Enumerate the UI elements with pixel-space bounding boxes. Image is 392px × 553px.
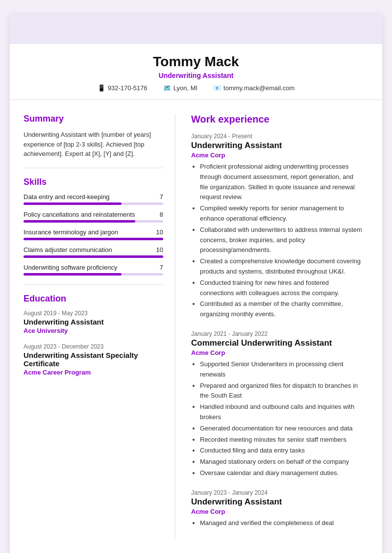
edu-dates: August 2019 - May 2023 xyxy=(24,310,163,317)
candidate-title: Underwriting Assistant xyxy=(29,72,363,79)
work-bullet: Created a comprehensive knowledge docume… xyxy=(200,256,363,277)
work-bullets-list: Supported Senior Underwriters in process… xyxy=(191,359,363,478)
work-list: January 2024 - Present Underwriting Assi… xyxy=(191,133,363,528)
edu-degree: Underwriting Assistant xyxy=(24,318,163,326)
skill-score: 7 xyxy=(160,193,163,201)
edu-dates: August 2023 - December 2023 xyxy=(24,343,163,350)
summary-text: Underwriting Assistant with [number of y… xyxy=(24,130,163,159)
work-title: Underwriting Assistant xyxy=(191,141,363,151)
work-item: January 2023 - January 2024 Underwriting… xyxy=(191,489,363,528)
skill-label: Underwriting software proficiency xyxy=(24,264,117,271)
skill-bar-background xyxy=(24,202,163,205)
skill-bar-fill xyxy=(24,273,122,276)
skill-bar-fill xyxy=(24,220,135,223)
right-column: Work experience January 2024 - Present U… xyxy=(191,114,363,539)
skill-bar-background xyxy=(24,255,163,258)
location-icon: 🗺️ xyxy=(163,84,171,92)
education-item: August 2019 - May 2023 Underwriting Assi… xyxy=(24,310,163,334)
skill-item: Claims adjuster communication 10 xyxy=(24,246,163,258)
education-list: August 2019 - May 2023 Underwriting Assi… xyxy=(24,310,163,376)
work-item: January 2024 - Present Underwriting Assi… xyxy=(191,133,363,320)
work-title: Commercial Underwriting Assistant xyxy=(191,338,363,348)
work-bullet: Conducted training for new hires and fos… xyxy=(200,278,363,299)
work-bullet: Managed stationary orders on behalf of t… xyxy=(200,457,363,467)
skill-bar-background xyxy=(24,220,163,223)
email-icon: 📧 xyxy=(213,84,221,92)
work-experience-title: Work experience xyxy=(191,114,363,125)
work-bullet: Recorded meeting minutes for senior staf… xyxy=(200,435,363,445)
skill-item: Policy cancellations and reinstatements … xyxy=(24,211,163,223)
skills-title: Skills xyxy=(24,177,163,187)
work-dates: January 2023 - January 2024 xyxy=(191,489,363,496)
work-item: January 2021 - January 2022 Commercial U… xyxy=(191,330,363,478)
skill-bar-background xyxy=(24,238,163,240)
candidate-name: Tommy Mack xyxy=(29,54,363,70)
skill-score: 7 xyxy=(160,264,163,271)
work-bullet: Handled inbound and outbound calls and i… xyxy=(200,402,363,423)
education-section: Education August 2019 - May 2023 Underwr… xyxy=(24,294,163,376)
left-column: Summary Underwriting Assistant with [num… xyxy=(24,114,175,539)
work-bullet: Proficient professional aiding underwrit… xyxy=(200,162,363,202)
skill-label: Policy cancellations and reinstatements xyxy=(24,211,135,218)
work-title: Underwriting Assistant xyxy=(191,497,363,507)
skill-label: Data entry and record-keeping xyxy=(24,193,110,201)
work-bullet: Collaborated with underwriters to addres… xyxy=(200,225,363,255)
skill-score: 10 xyxy=(156,228,163,236)
skill-item: Data entry and record-keeping 7 xyxy=(24,193,163,205)
education-title: Education xyxy=(24,294,163,304)
phone-icon: 📱 xyxy=(98,84,105,92)
work-bullet: Supported Senior Underwriters in process… xyxy=(200,359,363,380)
skill-score: 10 xyxy=(156,246,163,253)
work-bullets-list: Proficient professional aiding underwrit… xyxy=(191,162,363,320)
skill-label: Insurance terminology and jargon xyxy=(24,228,118,236)
work-bullet: Prepared and organized files for dispatc… xyxy=(200,381,363,402)
skills-list: Data entry and record-keeping 7 Policy c… xyxy=(24,193,163,276)
contact-info: 📱 932-170-5176 🗺️ Lyon, MI 📧 tommy.mack@… xyxy=(29,84,363,92)
summary-section: Summary Underwriting Assistant with [num… xyxy=(24,114,163,159)
skill-item: Underwriting software proficiency 7 xyxy=(24,264,163,276)
education-item: August 2023 - December 2023 Underwriting… xyxy=(24,343,163,376)
work-bullet: Oversaw calendar and diary management du… xyxy=(200,468,363,478)
edu-degree: Underwriting Assistant Specialty Certifi… xyxy=(24,351,163,368)
resume-body: Summary Underwriting Assistant with [num… xyxy=(10,100,382,553)
divider-2 xyxy=(24,284,163,285)
skill-bar-fill xyxy=(24,202,122,205)
work-dates: January 2021 - January 2022 xyxy=(191,330,363,337)
email-info: 📧 tommy.mack@email.com xyxy=(213,84,294,92)
work-bullets-list: Managed and verified the completeness of… xyxy=(191,518,363,528)
work-bullet: Conducted filing and data entry tasks xyxy=(200,446,363,456)
phone-info: 📱 932-170-5176 xyxy=(98,84,147,92)
work-bullet: Generated documentation for new resource… xyxy=(200,424,363,434)
work-company: Acme Corp xyxy=(191,508,363,515)
header-banner xyxy=(10,15,382,44)
skills-section: Skills Data entry and record-keeping 7 P… xyxy=(24,177,163,276)
skill-score: 8 xyxy=(160,211,163,218)
work-bullet: Compiled weekly reports for senior manag… xyxy=(200,203,363,224)
edu-school: Acme Career Program xyxy=(24,369,163,376)
header-section: Tommy Mack Underwriting Assistant 📱 932-… xyxy=(10,44,382,100)
divider-1 xyxy=(24,168,163,168)
resume-page: Tommy Mack Underwriting Assistant 📱 932-… xyxy=(10,15,382,553)
work-bullet: Managed and verified the completeness of… xyxy=(200,518,363,528)
email-address: tommy.mack@email.com xyxy=(223,84,294,92)
skill-label: Claims adjuster communication xyxy=(24,246,112,253)
skill-bar-fill xyxy=(24,238,163,240)
work-bullet: Contributed as a member of the charity c… xyxy=(200,299,363,320)
skill-item: Insurance terminology and jargon 10 xyxy=(24,228,163,240)
summary-title: Summary xyxy=(24,114,163,124)
edu-school: Ace University xyxy=(24,327,163,334)
work-company: Acme Corp xyxy=(191,151,363,159)
location-info: 🗺️ Lyon, MI xyxy=(163,84,197,92)
phone-number: 932-170-5176 xyxy=(108,84,147,92)
work-company: Acme Corp xyxy=(191,349,363,356)
skill-bar-background xyxy=(24,273,163,276)
skill-bar-fill xyxy=(24,255,163,258)
work-dates: January 2024 - Present xyxy=(191,133,363,140)
location-text: Lyon, MI xyxy=(173,84,197,92)
